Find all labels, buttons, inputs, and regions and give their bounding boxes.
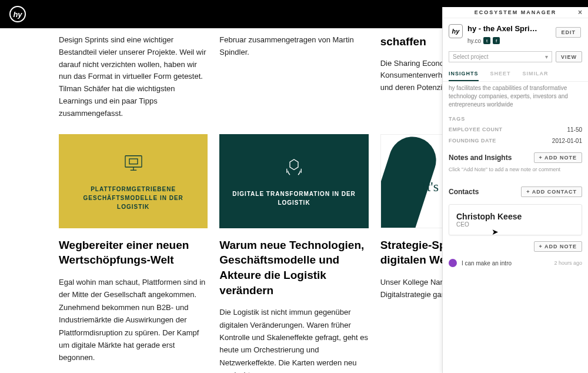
entity-domain[interactable]: hy.co	[467, 38, 481, 44]
panel-tabs: INSIGHTS SHEET SIMILAR	[443, 67, 588, 82]
employee-count-value: 11-50	[567, 126, 582, 133]
employee-count-row: EMPLOYEE COUNT 11-50	[443, 124, 588, 135]
article-top-1: Design Sprints sind eine wichtiger Besta…	[59, 34, 208, 120]
chevron-down-icon: ▾	[545, 54, 548, 60]
note-item[interactable]: I can make an intro 2 hours ago	[443, 254, 588, 272]
contacts-title: Contacts	[449, 188, 479, 196]
entity-subline: hy.co t f	[443, 37, 588, 49]
article-top-2: Februar zusammengetragen von Martin Spin…	[219, 34, 368, 120]
facebook-icon[interactable]: f	[493, 37, 500, 44]
note-text: I can make an intro	[462, 260, 549, 267]
note-time: 2 hours ago	[554, 260, 582, 266]
svg-marker-4	[290, 159, 298, 170]
card-caption: DIGITALE TRANSFORMATION IN DER LOGISTIK	[219, 189, 368, 207]
card-image-platform: PLATTFORMGETRIEBENE GESCHÄFTSMODELLE IN …	[59, 134, 208, 228]
add-note-button-2[interactable]: + ADD NOTE	[534, 241, 582, 252]
svg-rect-1	[129, 159, 138, 164]
tab-insights[interactable]: INSIGHTS	[449, 67, 479, 81]
hands-box-icon	[282, 155, 306, 182]
article-body: Design Sprints sind eine wichtiger Besta…	[59, 34, 208, 120]
note-avatar-icon	[449, 259, 457, 267]
article-body: Februar zusammengetragen von Martin Spin…	[219, 34, 368, 59]
add-contact-button[interactable]: + ADD CONTACT	[521, 186, 582, 197]
founding-date-row: FOUNDING DATE 2012-01-01	[443, 135, 588, 146]
card-serif-text: It's	[422, 179, 439, 195]
article-card[interactable]: PLATTFORMGETRIEBENE GESCHÄFTSMODELLE IN …	[59, 134, 208, 373]
tab-similar[interactable]: SIMILAR	[523, 67, 549, 81]
panel-header: ECOSYSTEM MANAGER ×	[443, 7, 588, 18]
close-icon[interactable]: ×	[578, 8, 583, 16]
contact-card[interactable]: Christoph Keese CEO	[449, 204, 582, 235]
notes-title: Notes and Insights	[449, 154, 512, 162]
ecosystem-panel: ECOSYSTEM MANAGER × hy hy - the Axel Spr…	[442, 7, 588, 373]
contacts-section-head: Contacts + ADD CONTACT	[443, 179, 588, 201]
notes-section-head: Notes and Insights + ADD NOTE	[443, 146, 588, 165]
card-title: Warum neue Technologien, Geschäftsmodell…	[219, 238, 368, 298]
svg-rect-0	[125, 156, 142, 167]
logo[interactable]: hy	[9, 6, 26, 22]
add-note-button[interactable]: + ADD NOTE	[534, 152, 582, 163]
contact-role: CEO	[456, 221, 574, 228]
notes-hint: Click "Add Note" to add a new note or co…	[443, 165, 588, 179]
founding-date-label: FOUNDING DATE	[449, 138, 496, 144]
card-image-transformation: DIGITALE TRANSFORMATION IN DER LOGISTIK	[219, 134, 368, 228]
tab-sheet[interactable]: SHEET	[490, 67, 511, 81]
project-select-placeholder: Select project	[453, 54, 489, 60]
entity-description: hy facilitates the capabilities of trans…	[443, 82, 588, 111]
twitter-icon[interactable]: t	[483, 37, 490, 44]
edit-button[interactable]: EDIT	[556, 27, 581, 38]
article-card[interactable]: DIGITALE TRANSFORMATION IN DER LOGISTIK …	[219, 134, 368, 373]
contact-name: Christoph Keese	[456, 212, 574, 221]
card-title: Wegbereiter einer neuen Wertschöpfungs-W…	[59, 238, 208, 268]
project-selector-row: Select project ▾ VIEW	[443, 49, 588, 67]
employee-count-label: EMPLOYEE COUNT	[449, 126, 503, 133]
card-caption: PLATTFORMGETRIEBENE GESCHÄFTSMODELLE IN …	[59, 185, 208, 211]
tags-label: TAGS	[443, 111, 588, 124]
project-select[interactable]: Select project ▾	[449, 51, 552, 62]
card-body: Egal wohin man schaut, Plattformen sind …	[59, 276, 208, 364]
monitor-icon	[121, 151, 146, 178]
add-note-bottom-row: + ADD NOTE	[443, 239, 588, 254]
view-button[interactable]: VIEW	[556, 51, 582, 62]
panel-title-label: ECOSYSTEM MANAGER	[475, 9, 557, 15]
avatar: hy	[449, 24, 463, 38]
founding-date-value: 2012-01-01	[552, 138, 582, 144]
card-body: Die Logistik ist nicht immun gegenüber d…	[219, 306, 368, 373]
